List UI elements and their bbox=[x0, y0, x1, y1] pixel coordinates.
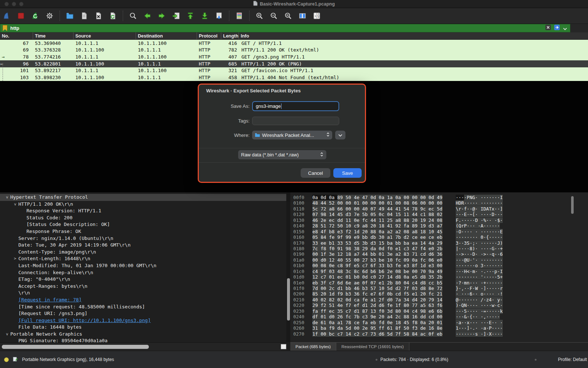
detail-tree-row[interactable]: >HTTP/1.1 200 OK\r\n bbox=[0, 201, 286, 208]
cancel-button[interactable]: Cancel bbox=[301, 168, 330, 178]
detail-link[interactable]: [Request in frame: 78] bbox=[18, 297, 82, 304]
packet-row[interactable]: 10353.89823010.1.1.10010.1.1.1HTTP458HTT… bbox=[0, 74, 588, 81]
expand-icon[interactable]: > bbox=[12, 255, 18, 262]
hex-row[interactable]: 01e0eb 3f c7 6d 6e ae 0f 07 e1 2b 80 04 … bbox=[290, 280, 588, 286]
capture-comment-icon[interactable] bbox=[13, 357, 18, 363]
restart-capture-icon[interactable] bbox=[31, 11, 40, 21]
detail-tree-row[interactable]: [Time since request: 48.585000 milliseco… bbox=[0, 304, 286, 311]
details-horizontal-scrollbar-thumb[interactable] bbox=[2, 345, 149, 349]
hex-row[interactable]: 01b000 08 0e c8 9f e5 c7 6f 33 b3 fe e3 … bbox=[290, 263, 588, 268]
column-header-protocol[interactable]: Protocol bbox=[197, 32, 221, 39]
hex-row[interactable]: 02701f 00 bc c7 14 c2 c7 73 d6 5d 7f 58 … bbox=[290, 331, 588, 337]
collapse-icon[interactable]: > bbox=[4, 331, 11, 337]
save-button[interactable]: Save bbox=[333, 168, 362, 178]
go-to-top-icon[interactable] bbox=[186, 11, 195, 21]
hex-row[interactable]: 0150e8 4f b8 e3 f2 1d 20 88 0a a2 a2 08 … bbox=[290, 229, 588, 234]
detail-tree-row[interactable]: Content-Type: image/png\r\n bbox=[0, 249, 286, 256]
open-file-icon[interactable] bbox=[65, 11, 75, 21]
hex-row[interactable]: 01105c 72 a8 66 00 00 40 07 49 44 41 54 … bbox=[290, 206, 588, 212]
filter-dropdown-icon[interactable] bbox=[563, 25, 567, 32]
hex-row[interactable]: 019000 1f 3e 12 18 a7 44 bb 01 3e a2 83 … bbox=[290, 251, 588, 257]
wireshark-start-icon[interactable] bbox=[2, 11, 11, 21]
detail-tree-row[interactable]: Connection: keep-alive\r\n bbox=[0, 269, 286, 276]
hex-row[interactable]: 012007 98 14 45 d3 7e 5b 05 0c 04 15 11 … bbox=[290, 212, 588, 217]
zoom-out-icon[interactable] bbox=[269, 11, 279, 21]
status-profile[interactable]: Profile: Default bbox=[558, 357, 587, 362]
column-header-info[interactable]: Info bbox=[239, 32, 588, 39]
detail-tree-row[interactable]: Response Phrase: OK bbox=[0, 228, 286, 235]
detail-tree-row[interactable]: >Portable Network Graphics bbox=[0, 331, 286, 338]
column-header-destination[interactable]: Destination bbox=[136, 32, 197, 39]
hex-row[interactable]: 0240df 01 d0 26 fc 7b c3 9e 20 a4 2c 88 … bbox=[290, 314, 588, 319]
find-packet-icon[interactable] bbox=[128, 11, 138, 21]
layout-123-icon[interactable]: 123 bbox=[312, 11, 322, 21]
hex-row[interactable]: 026031 ba f9 da 5d 00 2e 95 ff 61 8f 50 … bbox=[290, 325, 588, 331]
hex-row[interactable]: 021040 02 82 02 0d ca fe a1 2f d0 7a 34 … bbox=[290, 297, 588, 302]
hex-row[interactable]: 01a000 d0 12 40 55 00 27 b3 be 10 fc 09 … bbox=[290, 257, 588, 263]
detail-tree-row[interactable]: Response Version: HTTP/1.1 bbox=[0, 208, 286, 215]
expert-info-icon[interactable] bbox=[4, 357, 9, 362]
save-file-icon[interactable] bbox=[79, 11, 89, 21]
packet-row[interactable]: →7853.77421610.1.1.110.1.1.100HTTP407GET… bbox=[0, 53, 588, 60]
expand-dialog-button[interactable] bbox=[335, 131, 345, 139]
hex-row[interactable]: 01f07d 00 2c d1 bb 46 b3 57 10 5d d2 7f … bbox=[290, 286, 588, 291]
detail-tree-row[interactable]: Status Code: 200 bbox=[0, 215, 286, 222]
byte-view-tab[interactable]: Reassembled TCP (16691 bytes) bbox=[336, 343, 409, 351]
detail-tree-row[interactable]: >Content-Length: 16448\r\n bbox=[0, 255, 286, 262]
stop-capture-icon[interactable] bbox=[16, 11, 26, 21]
clear-filter-icon[interactable] bbox=[545, 25, 551, 32]
zoom-in-icon[interactable] bbox=[255, 11, 264, 21]
save-as-field[interactable]: gns3-image bbox=[252, 101, 339, 111]
detail-tree-row[interactable]: >Hypertext Transfer Protocol bbox=[0, 194, 286, 201]
zoom-window-button[interactable] bbox=[19, 2, 24, 6]
detail-tree-row[interactable]: [Request in frame: 78] bbox=[0, 297, 286, 304]
go-to-bottom-icon[interactable] bbox=[200, 11, 209, 21]
bytes-vertical-scrollbar-thumb[interactable] bbox=[571, 196, 574, 214]
hex-row[interactable]: 0230fa ff ec 35 c7 d1 87 13 f0 3d 80 04 … bbox=[290, 308, 588, 314]
hex-row[interactable]: 010048 44 52 00 00 01 00 00 00 01 00 08 … bbox=[290, 200, 588, 206]
go-back-icon[interactable] bbox=[143, 11, 152, 21]
packet-row[interactable]: 6753.36904010.1.1.110.1.1.100HTTP416GET … bbox=[0, 40, 588, 47]
close-window-button[interactable] bbox=[4, 2, 9, 6]
go-forward-icon[interactable] bbox=[157, 11, 166, 21]
details-vertical-scrollbar-thumb[interactable] bbox=[287, 278, 290, 321]
collapse-icon[interactable]: > bbox=[12, 201, 19, 208]
hex-row[interactable]: 01c0c4 9f 03 48 3c 8c 6d b6 b6 2e 08 be … bbox=[290, 269, 588, 274]
hex-row[interactable]: 016005 84 fe 9f 99 e9 bb db 30 a1 7b d2 … bbox=[290, 234, 588, 240]
detail-tree-row[interactable]: Last-Modified: Thu, 01 Jan 1970 00:00:00… bbox=[0, 262, 286, 269]
where-popup-button[interactable]: Wireshark Packet Anal... bbox=[252, 131, 332, 139]
close-file-icon[interactable] bbox=[94, 11, 103, 21]
detail-tree-row[interactable]: Accept-Ranges: bytes\r\n bbox=[0, 283, 286, 290]
reload-file-icon[interactable] bbox=[108, 11, 118, 21]
packet-row[interactable]: 10153.89221710.1.1.110.1.1.100HTTP321GET… bbox=[0, 67, 588, 74]
auto-scroll-icon[interactable] bbox=[214, 11, 224, 21]
hex-row[interactable]: 013046 2e ec dd 11 0e fc 44 11 25 a8 88 … bbox=[290, 217, 588, 223]
detail-tree-row[interactable]: Server: nginx/1.14.0 (Ubuntu)\r\n bbox=[0, 235, 286, 242]
zoom-reset-icon[interactable] bbox=[283, 11, 293, 21]
colorize-icon[interactable] bbox=[234, 11, 244, 21]
apply-filter-icon[interactable] bbox=[554, 25, 560, 32]
collapse-icon[interactable]: > bbox=[4, 194, 11, 201]
packet-row[interactable]: 6953.37632810.1.1.10010.1.1.1HTTP782HTTP… bbox=[0, 47, 588, 54]
detail-tree-row[interactable]: [Request URI: /gns3.png] bbox=[0, 310, 286, 317]
detail-tree-row[interactable]: Date: Tue, 30 Apr 2019 14:19:06 GMT\r\n bbox=[0, 242, 286, 249]
hex-row[interactable]: 0250de 61 0a a1 78 ce fa eb fd 0e 18 45 … bbox=[290, 320, 588, 325]
display-filter-input[interactable] bbox=[10, 25, 542, 31]
detail-link[interactable]: [Full request URI: http://10.1.1.100/gns… bbox=[18, 317, 151, 324]
filter-bookmark-icon[interactable] bbox=[3, 25, 7, 31]
column-header-length[interactable]: Length bbox=[221, 32, 239, 39]
hex-row[interactable]: 014028 51 72 50 10 c9 a8 20 18 41 92 fa … bbox=[290, 223, 588, 229]
column-header-no[interactable]: No. bbox=[0, 32, 33, 39]
hex-row[interactable]: 022029 f2 51 4e f7 ef d1 2d d6 fe 1f 80 … bbox=[290, 302, 588, 308]
detail-tree-row[interactable]: [Full request URI: http://10.1.1.100/gns… bbox=[0, 317, 286, 324]
file-type-popup-button[interactable]: Raw data (*.bin *.dat *.raw) bbox=[238, 150, 326, 159]
hex-row[interactable]: 020085 20 1d f9 b3 36 fc e7 6f 0b cd f5 … bbox=[290, 291, 588, 297]
hex-row[interactable]: 01d012 c7 01 ec 01 b0 0d c0 27 14 d8 0a … bbox=[290, 274, 588, 280]
minimize-window-button[interactable] bbox=[12, 2, 16, 6]
capture-options-icon[interactable] bbox=[45, 11, 54, 21]
hex-row[interactable]: 00f00a 0d 0a 89 50 4e 47 0d 0a 1a 0a 00 … bbox=[290, 195, 588, 200]
byte-view-tab[interactable]: Packet (685 bytes) bbox=[290, 343, 336, 351]
column-header-source[interactable]: Source bbox=[74, 32, 136, 39]
display-filter-area[interactable] bbox=[0, 24, 570, 32]
hex-row[interactable]: 017033 ee b1 33 53 d5 3b d3 15 ba bb ba … bbox=[290, 240, 588, 246]
